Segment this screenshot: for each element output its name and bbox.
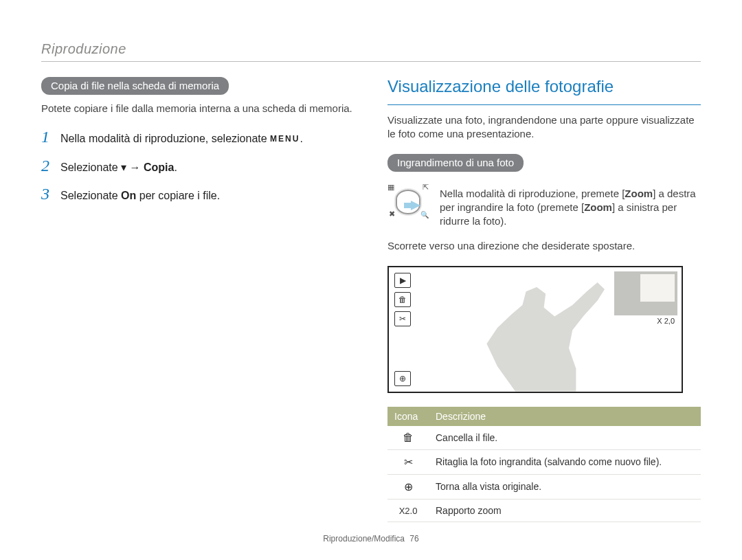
crop-icon: ✂: [394, 311, 411, 326]
screen-side-icons: ▶ 🗑 ✂ ⊕: [394, 273, 411, 386]
step-1-pre: Nella modalità di riproduzione, selezion…: [60, 133, 270, 144]
step-number: 1: [41, 128, 60, 146]
magnifier-icon: ⊕: [394, 371, 411, 386]
zoom-ratio-icon: X2.0: [399, 506, 418, 516]
table-cell-desc: Rapporto zoom: [429, 499, 701, 522]
step-3-bold: On: [121, 190, 136, 201]
arrow-right-icon: [411, 201, 420, 210]
header-rule: [41, 61, 701, 62]
footer-label: Riproduzione/Modifica: [323, 534, 405, 544]
step-1-text: Nella modalità di riproduzione, selezion…: [60, 131, 303, 146]
zoom-instruction-row: ▦ ⇱ ✖ 🔍 Nella modalità di riproduzione, …: [387, 187, 701, 229]
zoom-corner-icon: ✖: [389, 210, 395, 219]
page-number: 76: [409, 534, 418, 544]
step-2-post: .: [174, 161, 177, 173]
icon-description-table: Icona Descrizione 🗑 Cancella il file. ✂ …: [387, 407, 701, 522]
zoom-keyword: Zoom: [625, 188, 653, 199]
step-2-pre: Selezionate: [60, 161, 121, 173]
zoom-text-pre: Nella modalità di riproduzione, premete …: [440, 188, 625, 199]
camera-screen-illustration: ▶ 🗑 ✂ ⊕ X 2,0: [387, 266, 683, 393]
subheading-pill-zoom: Ingrandimento di una foto: [387, 154, 524, 172]
magnifier-icon: ⊕: [404, 481, 413, 493]
table-header-desc: Descrizione: [429, 407, 701, 426]
step-3: 3 Selezionate On per copiare i file.: [41, 185, 355, 203]
zoom-corner-icon: 🔍: [420, 211, 429, 219]
step-2: 2 Selezionate ▾ → Copia.: [41, 157, 355, 175]
zoom-control-illustration: ▦ ⇱ ✖ 🔍: [387, 187, 429, 214]
zoom-ratio-label: X 2,0: [657, 317, 675, 325]
left-column: Copia di file nella scheda di memoria Po…: [41, 77, 355, 522]
step-3-pre: Selezionate: [60, 190, 121, 201]
step-2-bold: Copia: [144, 161, 174, 173]
table-row: X2.0 Rapporto zoom: [387, 499, 701, 522]
trash-icon: 🗑: [403, 432, 414, 443]
down-chevron-icon: ▾: [121, 161, 126, 173]
right-column: Visualizzazione delle fotografie Visuali…: [387, 77, 701, 522]
page-section-title: Riproduzione: [41, 41, 701, 57]
zoom-instruction-text: Nella modalità di riproduzione, premete …: [440, 187, 701, 229]
step-1-post: .: [300, 133, 302, 144]
menu-icon: MENU: [270, 133, 300, 145]
step-2-arrow: →: [126, 161, 144, 173]
zoom-corner-icon: ▦: [387, 183, 394, 192]
step-3-text: Selezionate On per copiare i file.: [60, 188, 220, 203]
crop-icon: ✂: [404, 456, 413, 468]
photo-silhouette: [444, 278, 622, 392]
zoom-indicator-box: [614, 271, 677, 315]
trash-icon: 🗑: [394, 292, 411, 307]
step-number: 2: [41, 157, 60, 175]
table-cell-desc: Torna alla vista originale.: [429, 474, 701, 499]
step-2-text: Selezionate ▾ → Copia.: [60, 160, 177, 175]
table-row: ⊕ Torna alla vista originale.: [387, 474, 701, 499]
step-number: 3: [41, 185, 60, 203]
subheading-pill-copy: Copia di file nella scheda di memoria: [41, 77, 229, 95]
zoom-ring-icon: [396, 190, 420, 214]
manual-page: Riproduzione Copia di file nella scheda …: [0, 0, 742, 560]
step-1: 1 Nella modalità di riproduzione, selezi…: [41, 128, 355, 146]
section-intro: Visualizzate una foto, ingrandendone una…: [387, 113, 701, 142]
zoom-corner-icon: ⇱: [423, 183, 429, 192]
table-cell-desc: Ritaglia la foto ingrandita (salvando co…: [429, 449, 701, 474]
zoom-keyword: Zoom: [584, 201, 612, 213]
page-footer: Riproduzione/Modifica 76: [0, 534, 742, 544]
heading-rule: [387, 104, 701, 105]
table-row: 🗑 Cancella il file.: [387, 426, 701, 450]
zoom-indicator-viewport: [640, 274, 675, 302]
play-icon: ▶: [394, 273, 411, 288]
step-3-post: per copiare i file.: [136, 190, 220, 201]
section-heading: Visualizzazione delle fotografie: [387, 77, 701, 96]
copy-intro-text: Potete copiare i file dalla memoria inte…: [41, 102, 355, 115]
table-cell-desc: Cancella il file.: [429, 426, 701, 450]
scroll-instruction: Scorrete verso una direzione che desider…: [387, 239, 701, 253]
table-row: ✂ Ritaglia la foto ingrandita (salvando …: [387, 449, 701, 474]
table-header-icon: Icona: [387, 407, 429, 426]
